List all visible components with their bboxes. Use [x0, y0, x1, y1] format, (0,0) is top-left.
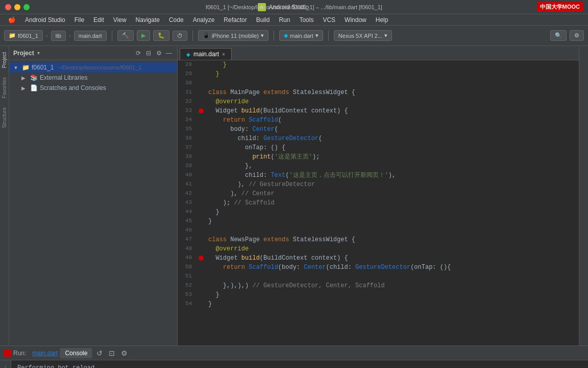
code-line-50: 50 return Scaffold(body: Center(child: G… [178, 263, 579, 272]
close-button[interactable] [5, 4, 11, 10]
bottom-panel: Run: main.dart Console ↺ ⊡ ⚙ ↓ ≡ ⇔ ⚙ ⊞ P… [0, 346, 588, 368]
menu-build[interactable]: Build [252, 15, 274, 25]
api-chevron: ▾ [384, 32, 387, 39]
sidebar-title: Project [13, 50, 34, 57]
code-line-34: 34 return Scaffold( [178, 116, 579, 125]
menu-navigate[interactable]: Navigate [132, 15, 164, 25]
settings-sidebar-icon[interactable]: ⚙ [155, 49, 163, 57]
traffic-lights [5, 4, 30, 10]
minimize-button[interactable] [14, 4, 20, 10]
collapse-all-icon[interactable]: ⊟ [144, 49, 153, 57]
menu-help[interactable]: Help [372, 15, 393, 25]
terminal-icon[interactable]: ⊡ [107, 348, 117, 358]
code-line-45: 45 } [178, 217, 579, 226]
code-line-47: 47 class NewsPage extends StatelessWidge… [178, 235, 579, 244]
title-bar-right: 中国大学MOOC [537, 2, 583, 12]
run-file-link[interactable]: main.dart [32, 350, 58, 357]
scratches-icon: 📄 [30, 84, 38, 92]
build-button[interactable]: 🔨 [117, 30, 134, 41]
file-breadcrumb[interactable]: main.dart [74, 31, 107, 41]
window-title: f0601_1 [~/Desktop/lesson/source/f0601_1… [206, 4, 382, 10]
api-selector[interactable]: Nexus 5X API 2... ▾ [334, 30, 392, 41]
sidebar-tab-project[interactable]: Project [1, 48, 8, 72]
maximize-button[interactable] [23, 4, 30, 10]
menu-code[interactable]: Code [165, 15, 188, 25]
menu-view[interactable]: View [109, 15, 131, 25]
run-config-selector[interactable]: ◆ main.dart ▾ [279, 30, 323, 41]
settings-console-icon[interactable]: ⚙ [119, 348, 129, 358]
menu-analyze[interactable]: Analyze [189, 15, 219, 25]
sidebar-dropdown-icon: ▾ [37, 50, 40, 56]
code-line-39: 39 }, [178, 162, 579, 171]
menu-file[interactable]: File [70, 15, 88, 25]
search-everywhere-btn[interactable]: 🔍 [550, 30, 567, 41]
mac-menu-bar: 🍎 Android Studio File Edit View Navigate… [0, 14, 588, 26]
device-selector[interactable]: 📱 iPhone 11 (mobile) ▾ [198, 30, 268, 41]
menu-window[interactable]: Window [340, 15, 371, 25]
right-bar [579, 46, 588, 346]
console-line-1: Performing hot reload... [17, 363, 582, 368]
console-tab[interactable]: Console [60, 348, 92, 358]
settings-btn[interactable]: ⚙ [570, 30, 584, 41]
stop-run-button[interactable] [4, 350, 11, 357]
menu-tools[interactable]: Tools [295, 15, 317, 25]
phone-icon: 📱 [203, 32, 210, 39]
code-line-31: 31 class MainPage extends StatelessWidge… [178, 88, 579, 97]
run-label: Run: [13, 350, 26, 357]
toolbar-sep4 [328, 31, 329, 41]
lib-breadcrumb[interactable]: lib [51, 31, 66, 41]
sidebar-tab-structure[interactable]: Structure [1, 103, 8, 132]
tree-item-scratches[interactable]: ▶ 📄 Scratches and Consoles [9, 83, 177, 93]
tree-arrow-scratches: ▶ [21, 85, 28, 91]
sidebar-header-icons: ⟳ ⊟ ⚙ — [134, 49, 173, 57]
mooc-logo: 中国大学MOOC [537, 2, 583, 12]
dart-tab-icon: ◆ [186, 52, 190, 57]
minimize-sidebar-icon[interactable]: — [165, 49, 173, 57]
sidebar-tab-favorites[interactable]: Favorites [1, 73, 8, 102]
reload-console-icon[interactable]: ↺ [94, 348, 105, 358]
menu-refactor[interactable]: Refactor [219, 15, 251, 25]
debug-button[interactable]: 🐛 [153, 30, 169, 41]
menu-run[interactable]: Run [275, 15, 294, 25]
code-line-29: 29 } [178, 70, 579, 79]
project-folder-icon: 📁 [21, 63, 30, 72]
scroll-to-end-icon[interactable]: ↓ [1, 362, 11, 368]
main-layout: Project Favorites Structure Project ▾ ⟳ … [0, 46, 588, 346]
editor-tab-main-dart[interactable]: ◆ main.dart × [180, 48, 232, 60]
chevron-down-icon: ▾ [261, 32, 264, 39]
breakpoint-33[interactable] [199, 108, 204, 113]
code-line-48: 48 @override [178, 244, 579, 254]
code-editor[interactable]: 28 } 29 } 30 31 class MainPage extends S… [178, 60, 579, 346]
menu-vcs[interactable]: VCS [318, 15, 339, 25]
sidebar-tree: ▼ 📁 f0601_1 ~/Desktop/lesson/source/f060… [9, 60, 177, 346]
breakpoint-49[interactable] [199, 256, 204, 261]
code-line-36: 36 child: GestureDetector( [178, 134, 579, 143]
tab-close-icon[interactable]: × [222, 52, 225, 57]
menu-apple[interactable]: 🍎 [4, 15, 20, 25]
project-sidebar: Project ▾ ⟳ ⊟ ⚙ — ▼ 📁 f0601_1 ~/Desktop/… [9, 46, 178, 346]
sidebar-header: Project ▾ ⟳ ⊟ ⚙ — [9, 46, 177, 60]
profile-button[interactable]: ⏱ [173, 31, 187, 41]
editor-tabs: ◆ main.dart × [178, 46, 579, 60]
console-output: Performing hot reload... Syncing files t… [11, 360, 588, 368]
toolbar-sep1 [112, 31, 112, 41]
left-tab-bar: Project Favorites Structure [0, 46, 9, 346]
menu-edit[interactable]: Edit [89, 15, 108, 25]
tree-arrow-project: ▼ [13, 65, 19, 71]
sync-icon[interactable]: ⟳ [134, 49, 142, 57]
tree-arrow-external: ▶ [21, 75, 28, 81]
code-line-46: 46 [178, 226, 579, 235]
toolbar-sep3 [274, 31, 274, 41]
console-left-bar: ↓ ≡ ⇔ ⚙ ⊞ [0, 360, 11, 368]
menu-android-studio[interactable]: Android Studio [21, 15, 69, 25]
run-button[interactable]: ▶ [137, 30, 150, 41]
bottom-panel-tabs: Run: main.dart Console ↺ ⊡ ⚙ [0, 346, 588, 360]
run-config-chevron: ▾ [315, 32, 318, 39]
tree-item-project-root[interactable]: ▼ 📁 f0601_1 ~/Desktop/lesson/source/f060… [9, 62, 177, 73]
code-line-32: 32 @override [178, 97, 579, 106]
code-line-54: 54 } [178, 300, 579, 309]
code-line-37: 37 onTap: () { [178, 143, 579, 152]
project-breadcrumb[interactable]: 📁 f0601_1 [4, 30, 43, 41]
breadcrumb-separator1: › [46, 32, 48, 39]
tree-item-external-libraries[interactable]: ▶ 📚 External Libraries [9, 73, 177, 83]
